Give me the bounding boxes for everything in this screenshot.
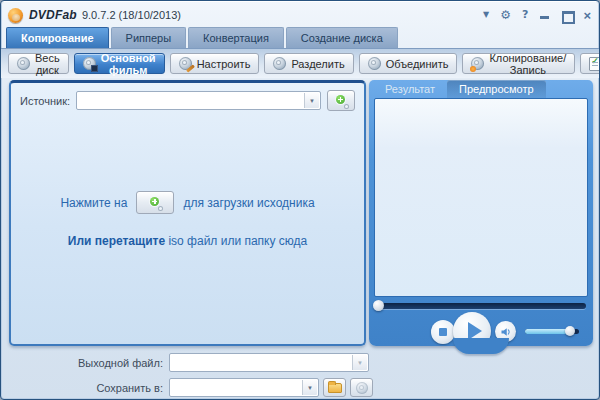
titlebar: DVDFab 9.0.7.2 (18/10/2013) ▼ ⚙ ? × <box>1 1 599 27</box>
burn-target-button[interactable] <box>350 378 373 397</box>
toolbar: Весь диск Основной фильм Настроить Разде… <box>1 48 599 78</box>
output-file-label: Выходной файл: <box>1 357 163 369</box>
dropzone-click-suffix: для загрузки исходника <box>183 196 314 210</box>
disc-icon <box>17 57 30 70</box>
seek-slider[interactable] <box>376 303 586 309</box>
plus-icon <box>150 197 159 206</box>
clone-burn-button[interactable]: Клонирование/Запись <box>462 53 575 74</box>
close-button[interactable]: × <box>583 9 591 22</box>
source-row: Источник: ▼ <box>20 90 355 111</box>
tab-create-disc[interactable]: Создание диска <box>286 27 398 48</box>
disc-icon <box>356 382 368 394</box>
save-to-input[interactable] <box>173 380 300 395</box>
save-to-label: Сохранить в: <box>1 382 163 394</box>
dropzone-drag-rest: iso файл или папку сюда <box>168 234 307 248</box>
load-source-button[interactable] <box>136 191 174 214</box>
clone-burn-label: Клонирование/Запись <box>489 52 566 76</box>
task-list-icon <box>589 57 600 71</box>
folder-icon <box>328 383 342 393</box>
preview-screen <box>374 98 588 297</box>
save-to-row: Сохранить в: ▼ <box>1 378 373 397</box>
customize-button[interactable]: Настроить <box>170 53 260 74</box>
main-movie-button[interactable]: Основной фильм <box>74 53 165 74</box>
player-bottom-curve <box>453 338 509 354</box>
full-disc-label: Весь диск <box>35 52 60 76</box>
add-source-button[interactable] <box>327 90 355 111</box>
volume-slider[interactable] <box>525 329 579 334</box>
save-to-combobox[interactable]: ▼ <box>169 378 319 397</box>
tab-converter[interactable]: Конвертация <box>188 27 284 48</box>
titlebar-buttons: ▼ ⚙ ? × <box>483 8 591 22</box>
dropzone-drag-hint: Или перетащите iso файл или папку сюда <box>11 234 364 248</box>
seek-handle[interactable] <box>373 300 384 311</box>
output-file-combobox[interactable]: ▼ <box>169 353 369 372</box>
disc-merge-icon <box>368 57 381 70</box>
merge-label: Объединить <box>386 58 449 70</box>
source-combobox[interactable]: ▼ <box>76 91 321 110</box>
preview-panel: Результат Предпросмотр <box>369 80 593 346</box>
minimize-button[interactable] <box>539 9 550 22</box>
customize-label: Настроить <box>197 58 251 70</box>
speaker-icon <box>500 326 512 338</box>
maximize-button[interactable] <box>561 9 572 22</box>
split-label: Разделить <box>291 58 344 70</box>
output-file-row: Выходной файл: ▼ <box>1 353 369 372</box>
merge-button[interactable]: Объединить <box>359 53 458 74</box>
volume-handle[interactable] <box>565 326 575 336</box>
dropdown-arrow-icon[interactable]: ▼ <box>304 93 319 108</box>
dropdown-arrow-icon[interactable]: ▼ <box>302 380 317 395</box>
app-name: DVDFab <box>29 8 77 22</box>
browse-folder-button[interactable] <box>323 378 346 397</box>
main-tabs: Копирование Рипперы Конвертация Создание… <box>6 27 398 48</box>
disc-film-icon <box>83 57 96 70</box>
source-panel: Источник: ▼ Нажмите на для загрузки ис <box>9 80 366 346</box>
stop-button[interactable] <box>431 320 455 344</box>
disc-edit-icon <box>179 57 192 70</box>
dropzone-click-prefix: Нажмите на <box>60 196 127 210</box>
stop-icon <box>439 328 447 336</box>
dvdfab-logo-icon <box>8 8 23 23</box>
volume-fill <box>525 329 570 334</box>
full-disc-button[interactable]: Весь диск <box>8 53 69 74</box>
dropzone-drag-bold: Или перетащите <box>68 234 165 248</box>
disc-split-icon <box>273 57 286 70</box>
tab-preview[interactable]: Предпросмотр <box>447 80 546 98</box>
tab-copy[interactable]: Копирование <box>6 27 109 48</box>
tab-rippers[interactable]: Рипперы <box>111 27 187 48</box>
dropdown-arrow-icon[interactable]: ▼ <box>352 355 367 370</box>
app-version: 9.0.7.2 (18/10/2013) <box>82 9 181 21</box>
output-file-input[interactable] <box>173 355 350 370</box>
skin-menu-icon[interactable]: ▼ <box>483 8 489 22</box>
settings-gear-icon[interactable]: ⚙ <box>500 8 511 22</box>
plus-icon <box>336 95 345 104</box>
dvdfab-window: DVDFab 9.0.7.2 (18/10/2013) ▼ ⚙ ? × Копи… <box>0 0 600 400</box>
source-label: Источник: <box>20 95 70 107</box>
dropzone-click-hint: Нажмите на для загрузки исходника <box>11 191 364 214</box>
source-input[interactable] <box>80 93 302 108</box>
disc-burn-icon <box>471 57 484 70</box>
split-button[interactable]: Разделить <box>264 53 353 74</box>
task-queue-button[interactable]: Очередь задач <box>580 53 600 74</box>
help-icon[interactable]: ? <box>522 8 528 22</box>
main-movie-label: Основной фильм <box>101 52 156 76</box>
preview-tabs: Результат Предпросмотр <box>373 80 546 98</box>
tab-result[interactable]: Результат <box>373 80 447 98</box>
